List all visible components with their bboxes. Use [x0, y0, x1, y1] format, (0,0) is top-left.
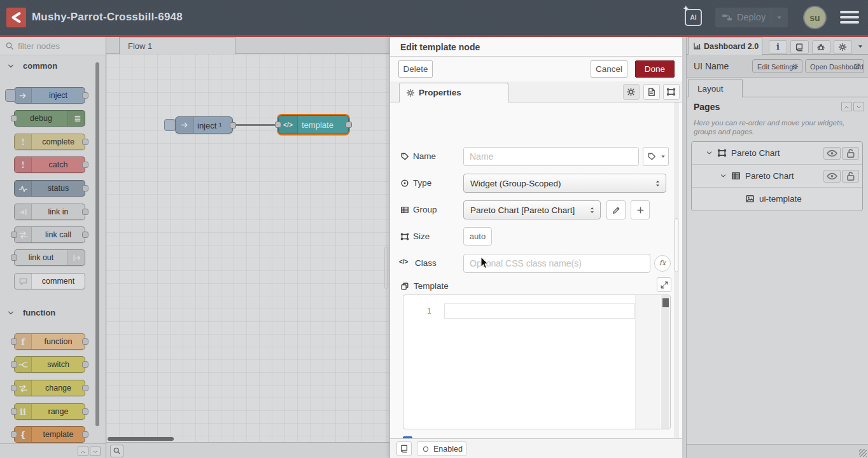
- lock-toggle-button[interactable]: [842, 147, 859, 160]
- palette-node-catch[interactable]: !catch: [14, 156, 85, 173]
- inject-node-button[interactable]: [164, 119, 176, 131]
- tray-form: Name Type Widget (Group-Scoped) Group: [390, 102, 682, 433]
- group-select[interactable]: Pareto Chart [Pareto Chart]: [463, 200, 601, 219]
- type-select[interactable]: Widget (Group-Scoped): [463, 174, 666, 193]
- editor-scrollbar[interactable]: [661, 295, 669, 429]
- palette-node-comment[interactable]: comment: [14, 273, 85, 289]
- deploy-icon: [722, 12, 732, 23]
- config-tab-button[interactable]: [834, 40, 852, 54]
- tree-row-pareto-chart[interactable]: Pareto Chart: [692, 142, 862, 165]
- resize-grip[interactable]: [859, 449, 867, 457]
- ai-assistant-button[interactable]: AI: [685, 9, 702, 26]
- edit-group-button[interactable]: [606, 200, 626, 219]
- help-tab-button[interactable]: [790, 40, 809, 54]
- chevron-down-icon[interactable]: [706, 149, 713, 156]
- palette-node-change[interactable]: change: [14, 380, 85, 396]
- canvas-node-inject[interactable]: inject ¹: [175, 116, 233, 134]
- deploy-button[interactable]: Deploy: [715, 8, 788, 27]
- flow-canvas[interactable]: Flow 1 inject ¹ </> template: [106, 37, 389, 458]
- visibility-toggle-button[interactable]: [823, 170, 841, 183]
- inject-arrow-icon: [176, 117, 194, 133]
- palette-node-template[interactable]: {template: [14, 426, 85, 443]
- palette-node-debug[interactable]: debug: [14, 110, 85, 127]
- fx-button[interactable]: fx: [654, 255, 671, 272]
- palette-node-complete[interactable]: !complete: [14, 134, 85, 150]
- tab-flow-1[interactable]: Flow 1: [119, 37, 235, 54]
- palette-node-link-in[interactable]: link in: [14, 204, 85, 220]
- visibility-toggle-button[interactable]: [823, 147, 841, 160]
- canvas-vertical-scrollbar[interactable]: [384, 247, 388, 289]
- inject-output-port[interactable]: [230, 122, 236, 128]
- palette-filter-input[interactable]: [18, 39, 101, 53]
- palette-category-common[interactable]: common: [4, 60, 99, 73]
- tab-dashboard-2[interactable]: Dashboard 2.0: [688, 37, 762, 55]
- main-menu-button[interactable]: [840, 11, 859, 25]
- name-input[interactable]: [463, 147, 639, 166]
- expand-editor-button[interactable]: [657, 277, 671, 292]
- tab-description-button[interactable]: [643, 84, 660, 100]
- node-help-button[interactable]: [396, 441, 412, 456]
- lock-toggle-button[interactable]: [842, 170, 859, 183]
- external-link-icon: [853, 63, 860, 70]
- pages-collapse-button[interactable]: [841, 102, 852, 111]
- add-group-button[interactable]: [631, 200, 650, 219]
- tab-properties-icon-button[interactable]: [623, 84, 640, 100]
- tree-row-ui-template[interactable]: ui-template: [692, 188, 862, 211]
- template-node-label: template: [302, 120, 333, 130]
- copy-icon: [400, 282, 409, 291]
- palette-node-status[interactable]: status: [14, 180, 85, 197]
- status-circle-icon: [422, 445, 430, 453]
- palette-node-link-out[interactable]: link out: [14, 249, 85, 266]
- tree-row-pareto-chart[interactable]: Pareto Chart: [692, 165, 862, 188]
- open-dashboard-button[interactable]: Open Dashboard: [805, 59, 864, 73]
- palette-node-label: link out: [15, 253, 67, 262]
- node-red-logo-icon[interactable]: [6, 8, 26, 27]
- palette-node-inject[interactable]: inject: [14, 87, 85, 104]
- size-auto-button[interactable]: auto: [463, 227, 492, 246]
- tray-tab-row: Properties: [390, 81, 682, 102]
- tab-appearance-button[interactable]: [663, 84, 680, 100]
- canvas-horizontal-scrollbar[interactable]: [108, 437, 174, 441]
- palette-node-link-call[interactable]: link call: [14, 226, 85, 243]
- tray-scrollbar-thumb[interactable]: [675, 218, 678, 272]
- class-input[interactable]: [463, 254, 650, 273]
- canvas-search-button[interactable]: [110, 445, 123, 457]
- template-code-editor[interactable]: 1: [403, 295, 671, 429]
- sidebar-resize-handle[interactable]: [682, 37, 687, 458]
- done-button[interactable]: Done: [635, 60, 675, 78]
- canvas-grid[interactable]: [106, 54, 389, 442]
- node-label-button[interactable]: [643, 147, 669, 166]
- edit-settings-button[interactable]: Edit Settings: [752, 59, 802, 73]
- enabled-toggle-button[interactable]: Enabled: [417, 441, 466, 456]
- editor-minimap[interactable]: [635, 295, 661, 429]
- editor-scrollbar-thumb[interactable]: [662, 298, 669, 307]
- cancel-button[interactable]: Cancel: [591, 60, 627, 78]
- palette-expand-all-button[interactable]: [90, 447, 101, 456]
- tab-properties[interactable]: Properties: [399, 83, 508, 102]
- palette-node-function[interactable]: ffunction: [14, 333, 85, 350]
- palette-node-switch[interactable]: switch: [14, 356, 85, 373]
- info-tab-button[interactable]: i: [769, 40, 787, 54]
- output-port: [82, 408, 88, 415]
- tree-row-label: Pareto Chart: [731, 148, 780, 158]
- delete-button[interactable]: Delete: [398, 60, 433, 78]
- palette-node-label: comment: [32, 277, 85, 286]
- user-avatar[interactable]: su: [804, 7, 825, 28]
- palette-collapse-all-button[interactable]: [78, 447, 88, 456]
- input-port: [11, 115, 17, 121]
- template-input-port[interactable]: [275, 121, 281, 128]
- palette-scrollbar[interactable]: [95, 62, 99, 426]
- sidebar-menu-caret-icon[interactable]: [856, 42, 865, 51]
- palette-category-function[interactable]: function: [4, 307, 99, 319]
- debug-tab-button[interactable]: [812, 40, 830, 54]
- chevron-down-icon[interactable]: [720, 172, 727, 179]
- template-output-port[interactable]: [346, 121, 352, 128]
- palette-node-range[interactable]: iirange: [14, 403, 85, 420]
- chevron-up-icon: [844, 104, 850, 110]
- deploy-caret-icon[interactable]: [774, 13, 784, 22]
- pages-expand-button[interactable]: [853, 102, 864, 111]
- editor-active-line[interactable]: [444, 303, 635, 319]
- canvas-node-template-selected[interactable]: </> template: [278, 115, 349, 134]
- input-port: [11, 361, 17, 368]
- tab-layout[interactable]: Layout: [688, 80, 743, 97]
